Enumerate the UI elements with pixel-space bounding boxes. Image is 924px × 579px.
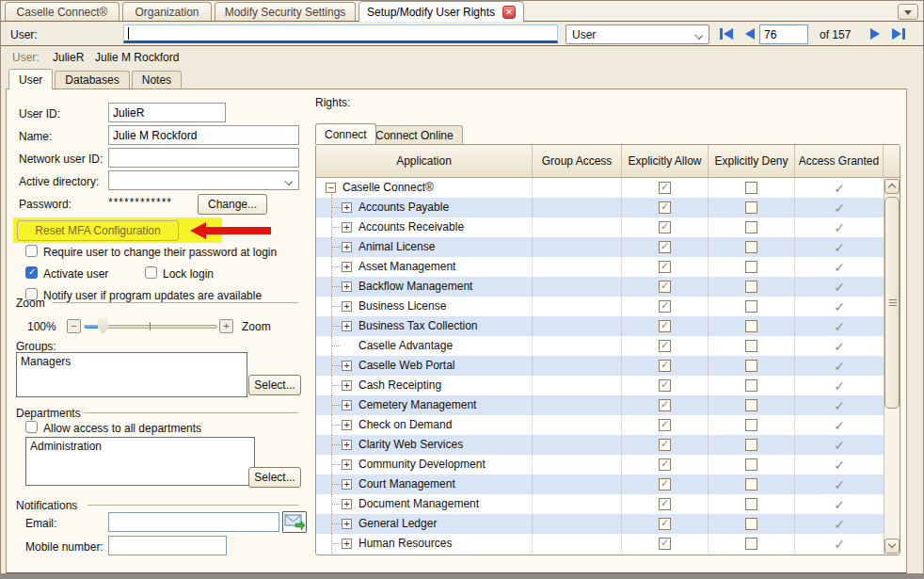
tree-expander-icon[interactable]: + [342,222,352,233]
explicitly-allow-checkbox[interactable] [659,399,671,411]
tree-expander-icon[interactable]: + [342,459,352,470]
tree-expander-icon[interactable]: + [342,479,352,490]
tree-expander-icon[interactable]: + [342,242,352,252]
table-row[interactable]: + Animal License ✓ [316,237,884,257]
explicitly-allow-checkbox[interactable] [659,182,671,194]
explicitly-deny-checkbox[interactable] [745,320,757,332]
table-row[interactable]: + Document Management ✓ [316,494,884,514]
explicitly-deny-checkbox[interactable] [745,518,757,530]
tree-expander-icon[interactable]: + [342,380,352,391]
network-user-id-input[interactable] [108,148,299,168]
tree-expander-icon[interactable]: + [342,321,352,331]
activate-user-checkbox[interactable] [25,266,38,279]
explicitly-deny-checkbox[interactable] [745,478,757,491]
email-input[interactable] [108,512,279,532]
scroll-down-button[interactable] [884,539,900,554]
user-search-field[interactable] [124,25,557,40]
tree-expander-icon[interactable]: + [342,281,352,292]
window-tab-caselle-connect[interactable]: Caselle Connect® [5,2,119,21]
explicitly-allow-checkbox[interactable] [659,360,671,372]
record-position-input[interactable] [759,24,808,44]
explicitly-deny-checkbox[interactable] [745,182,757,194]
allow-all-departments-checkbox[interactable] [25,421,38,433]
table-row[interactable]: + Business License ✓ [316,297,884,316]
groups-select-button[interactable]: Select... [248,375,301,395]
name-input[interactable] [108,125,299,145]
table-row[interactable]: + Clarity Web Services ✓ [316,435,884,455]
tree-expander-icon[interactable]: + [342,202,352,213]
explicitly-allow-checkbox[interactable] [659,201,671,214]
explicitly-allow-checkbox[interactable] [659,458,671,471]
table-row[interactable]: + Cash Receipting ✓ [316,376,884,395]
zoom-minus-button[interactable]: − [67,319,81,333]
table-row[interactable]: + Asset Management ✓ [316,257,884,277]
tree-expander-icon[interactable]: + [342,519,352,529]
explicitly-deny-checkbox[interactable] [745,379,757,392]
list-item[interactable]: Managers [21,355,243,368]
previous-record-button[interactable] [745,28,755,40]
explicitly-deny-checkbox[interactable] [745,340,757,352]
table-row[interactable]: + Backflow Management ✓ [316,277,884,297]
table-row[interactable]: + Check on Demand ✓ [316,415,884,435]
explicitly-allow-checkbox[interactable] [659,538,671,550]
explicitly-allow-checkbox[interactable] [659,518,671,530]
explicitly-deny-checkbox[interactable] [745,419,757,431]
table-row[interactable]: + General Ledger ✓ [316,514,884,534]
table-row[interactable]: + Court Management ✓ [316,474,884,494]
explicitly-deny-checkbox[interactable] [745,281,757,293]
mobile-number-input[interactable] [108,536,227,555]
vertical-scrollbar[interactable] [884,178,900,555]
scrollbar-thumb[interactable] [884,197,900,409]
table-row[interactable]: − Caselle Connect® ✓ [316,178,884,198]
groups-listbox[interactable]: Managers [16,352,247,397]
tab-list-dropdown-button[interactable] [898,4,918,20]
table-row[interactable]: + Human Resources ✓ [316,534,884,554]
tree-expander-icon[interactable]: − [326,183,336,193]
table-row[interactable]: + Cemetery Management ✓ [316,395,884,415]
explicitly-allow-checkbox[interactable] [659,498,671,510]
close-tab-icon[interactable]: ✕ [502,6,516,19]
explicitly-deny-checkbox[interactable] [745,360,757,372]
table-row[interactable]: Caselle Advantage ✓ [316,336,884,356]
explicitly-allow-checkbox[interactable] [659,320,671,332]
reset-mfa-configuration-button[interactable]: Reset MFA Configuration [17,220,179,241]
list-item[interactable]: Administration [30,440,250,453]
tree-expander-icon[interactable]: + [342,262,352,272]
table-row[interactable]: + Accounts Payable ✓ [316,198,884,217]
tab-databases[interactable]: Databases [55,71,129,88]
require-password-change-checkbox[interactable] [25,245,38,257]
tree-expander-icon[interactable]: + [342,400,352,410]
table-row[interactable]: + Accounts Receivable ✓ [316,217,884,237]
tree-expander-icon[interactable]: + [342,301,352,312]
explicitly-allow-checkbox[interactable] [659,340,671,352]
explicitly-allow-checkbox[interactable] [659,439,671,451]
table-row[interactable]: + Caselle Web Portal ✓ [316,356,884,376]
tree-expander-icon[interactable]: + [342,539,352,549]
user-id-input[interactable] [108,103,226,122]
explicitly-allow-checkbox[interactable] [659,241,671,253]
explicitly-deny-checkbox[interactable] [745,201,757,214]
explicitly-deny-checkbox[interactable] [745,399,757,411]
explicitly-deny-checkbox[interactable] [745,221,757,233]
next-record-button[interactable] [870,28,880,40]
search-field-combo[interactable]: User [566,24,709,44]
explicitly-allow-checkbox[interactable] [659,221,671,233]
window-tab-organization[interactable]: Organization [122,2,212,21]
tree-expander-icon[interactable]: + [342,440,352,450]
departments-select-button[interactable]: Select... [248,467,301,488]
explicitly-allow-checkbox[interactable] [659,300,671,313]
scroll-up-button[interactable] [884,179,900,194]
explicitly-deny-checkbox[interactable] [745,261,757,273]
explicitly-deny-checkbox[interactable] [745,498,757,510]
tab-connect-online[interactable]: Connect Online [366,125,463,144]
first-record-button[interactable] [720,28,733,40]
explicitly-allow-checkbox[interactable] [659,478,671,491]
last-record-button[interactable] [892,28,905,40]
explicitly-allow-checkbox[interactable] [659,419,671,431]
tree-expander-icon[interactable]: + [342,420,352,430]
window-tab-setup-modify-user-rights[interactable]: Setup/Modify User Rights ✕ [358,1,524,22]
window-tab-modify-security-settings[interactable]: Modify Security Settings [215,2,356,21]
send-email-button[interactable] [282,511,307,533]
tab-notes[interactable]: Notes [132,71,182,88]
tab-user[interactable]: User [8,69,53,89]
